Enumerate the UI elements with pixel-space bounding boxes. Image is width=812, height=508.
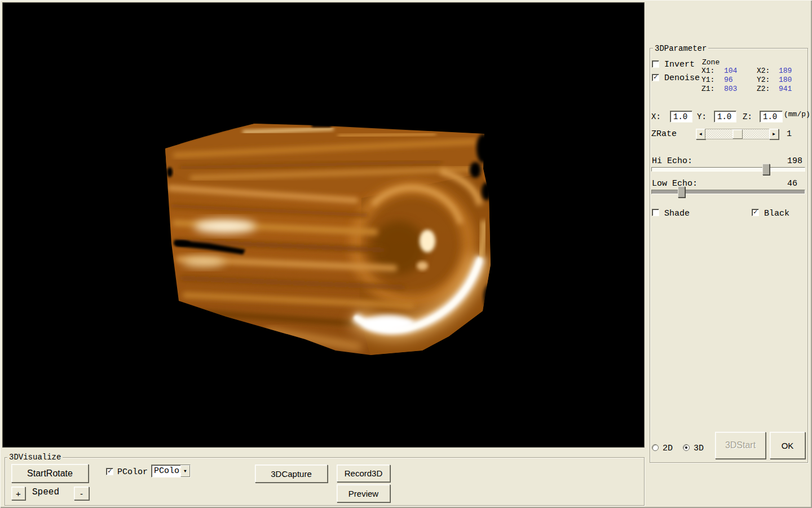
zrate-scroll-left-icon[interactable]: ◄ xyxy=(696,129,705,139)
zone-z1-label: Z1: xyxy=(701,85,714,93)
parameter-group-title: 3DParameter xyxy=(653,45,708,52)
scale-y-input[interactable] xyxy=(714,111,736,122)
pcolor-dropdown[interactable]: PColor ▼ xyxy=(151,465,191,478)
mode-3d-label: 3D xyxy=(694,444,704,453)
scale-y-label: Y: xyxy=(697,113,707,121)
hi-echo-slider-thumb[interactable] xyxy=(762,164,770,175)
start-rotate-button[interactable]: StartRotate xyxy=(11,464,89,483)
pcolor-label: PColor xyxy=(117,468,148,476)
low-echo-value: 46 xyxy=(787,179,797,188)
zone-y2-value: 180 xyxy=(779,76,792,84)
low-echo-slider-track[interactable] xyxy=(651,190,805,194)
visualize-group-title: 3DVisualize xyxy=(7,453,63,461)
pcolor-checkbox[interactable]: ✓ xyxy=(106,468,113,475)
zrate-scrollbar[interactable]: ◄ ► xyxy=(696,129,779,139)
scale-unit-label: (mm/p) xyxy=(784,111,810,118)
speed-minus-button[interactable]: - xyxy=(74,487,89,500)
3dcapture-button[interactable]: 3DCapture xyxy=(255,465,328,483)
zone-x2-value: 189 xyxy=(779,67,792,75)
hi-echo-slider-track[interactable] xyxy=(651,167,805,172)
black-label: Black xyxy=(764,209,789,218)
zrate-scroll-track[interactable] xyxy=(705,129,769,139)
low-echo-slider-thumb[interactable] xyxy=(678,186,685,198)
mode-3d-radio[interactable] xyxy=(683,444,690,451)
hi-echo-value: 198 xyxy=(787,157,802,165)
zrate-value: 1 xyxy=(787,130,792,138)
denoise-checkbox[interactable]: ✓ xyxy=(652,74,659,81)
zone-x1-value: 104 xyxy=(724,67,737,75)
shade-label: Shade xyxy=(664,209,690,218)
ok-button[interactable]: OK xyxy=(770,432,805,459)
black-checkbox[interactable]: ✓ xyxy=(752,209,759,216)
denoise-label: Denoise xyxy=(664,74,700,82)
zone-title: Zone xyxy=(702,59,720,66)
zrate-label: ZRate xyxy=(651,130,677,138)
hi-echo-label: Hi Echo: xyxy=(652,157,692,165)
shade-checkbox[interactable] xyxy=(652,209,659,216)
zone-x2-label: X2: xyxy=(757,67,770,75)
zone-z2-label: Z2: xyxy=(757,85,770,93)
low-echo-label: Low Echo: xyxy=(652,179,698,188)
scale-z-label: Z: xyxy=(743,113,752,121)
scale-x-input[interactable] xyxy=(670,111,692,122)
3dstart-button[interactable]: 3DStart xyxy=(715,432,766,459)
zrate-scroll-right-icon[interactable]: ► xyxy=(769,129,779,139)
speed-label: Speed xyxy=(32,488,59,497)
zone-y1-label: Y1: xyxy=(701,76,714,84)
invert-checkbox[interactable] xyxy=(652,60,659,68)
app-window: 3DParameter Invert ✓ Denoise Zone X1: 10… xyxy=(0,0,812,508)
zone-x1-label: X1: xyxy=(701,67,714,75)
pcolor-dropdown-value: PColor xyxy=(152,465,180,477)
ultrasound-volume-render xyxy=(3,3,645,448)
scale-z-input[interactable] xyxy=(760,111,783,122)
mode-2d-label: 2D xyxy=(663,444,673,453)
zone-y1-value: 96 xyxy=(724,76,733,84)
zone-z1-value: 803 xyxy=(724,85,737,93)
scale-x-label: X: xyxy=(651,113,661,121)
invert-label: Invert xyxy=(664,60,695,69)
mode-2d-radio[interactable] xyxy=(652,444,659,451)
zone-z2-value: 941 xyxy=(779,85,792,93)
3d-viewport[interactable] xyxy=(2,2,645,448)
dropdown-arrow-icon[interactable]: ▼ xyxy=(180,465,190,477)
zrate-scroll-thumb[interactable] xyxy=(732,129,743,139)
speed-plus-button[interactable]: + xyxy=(11,487,25,500)
record3d-button[interactable]: Record3D xyxy=(337,465,390,482)
preview-button[interactable]: Preview xyxy=(337,484,390,502)
zone-y2-label: Y2: xyxy=(757,76,770,84)
